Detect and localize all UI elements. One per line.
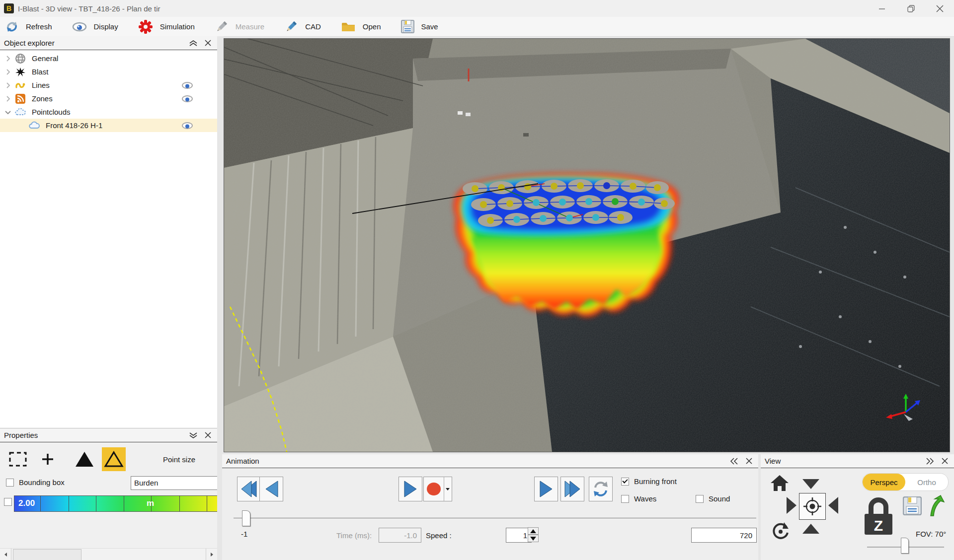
minimize-icon — [878, 5, 885, 12]
tree-item-general[interactable]: General — [0, 52, 217, 65]
scroll-right-arrow[interactable] — [206, 549, 217, 560]
time-input[interactable]: -1.0 — [379, 528, 421, 543]
restore-button[interactable] — [896, 0, 925, 17]
tree-item-front-418-26[interactable]: Front 418-26 H-1 — [0, 119, 217, 132]
wireframe-surface-button[interactable] — [102, 447, 126, 471]
visibility-eye-icon[interactable] — [181, 81, 193, 90]
up-view-button[interactable] — [928, 495, 946, 518]
pan-right-button[interactable] — [787, 497, 796, 514]
expand-chevron-icon[interactable] — [5, 56, 11, 62]
expand-chevron-icon[interactable] — [5, 69, 11, 75]
fov-slider-handle[interactable] — [901, 538, 909, 554]
color-scale-bar[interactable]: 2.00 m — [14, 495, 218, 512]
app-icon: B — [4, 3, 14, 13]
burning-front-option[interactable]: Burning front — [621, 477, 677, 486]
scrollbar-thumb[interactable] — [13, 549, 81, 560]
selection-box-button[interactable] — [6, 447, 30, 471]
record-icon — [426, 481, 442, 497]
globe-icon — [15, 53, 26, 64]
collapse-chevron-icon[interactable] — [5, 109, 11, 115]
close-panel-icon[interactable] — [746, 458, 752, 464]
tree-item-zones[interactable]: Zones — [0, 92, 217, 105]
record-button[interactable] — [423, 477, 452, 501]
play-forward-button[interactable] — [534, 477, 558, 501]
save-button[interactable]: Save — [391, 17, 448, 36]
3d-viewport[interactable] — [224, 38, 950, 452]
timeline-track[interactable] — [234, 518, 756, 518]
visibility-eye-icon[interactable] — [181, 121, 193, 130]
horizontal-scrollbar[interactable] — [0, 548, 217, 560]
folder-icon — [341, 20, 356, 33]
loop-button[interactable] — [589, 477, 613, 501]
fast-forward-icon — [563, 480, 582, 498]
waves-checkbox[interactable] — [621, 495, 629, 503]
focus-target-button[interactable] — [799, 493, 826, 520]
sound-checkbox[interactable] — [696, 495, 704, 503]
pan-up-button[interactable] — [802, 524, 819, 534]
collapse-panel-icon[interactable] — [730, 458, 739, 465]
record-options-dropdown[interactable] — [444, 477, 451, 501]
z-lock-button[interactable]: Z — [863, 495, 894, 538]
ortho-toggle-button[interactable]: Ortho — [905, 474, 948, 490]
pan-left-button[interactable] — [828, 497, 838, 514]
expand-chevron-icon[interactable] — [5, 82, 11, 88]
cad-button[interactable]: CAD — [274, 17, 331, 36]
collapse-panel-icon[interactable] — [189, 40, 198, 47]
sound-option[interactable]: Sound — [696, 494, 730, 503]
save-view-button[interactable] — [903, 496, 922, 517]
pan-down-button[interactable] — [802, 479, 819, 489]
minimize-button[interactable] — [868, 0, 896, 17]
close-button[interactable] — [925, 0, 954, 17]
loop-icon — [592, 480, 610, 498]
tree-item-blast[interactable]: Blast — [0, 65, 217, 78]
blast-icon — [15, 67, 26, 77]
play-button[interactable] — [398, 477, 422, 501]
measure-label: Measure — [236, 22, 264, 31]
speed-increment-button[interactable] — [528, 527, 539, 535]
solid-triangle-icon — [75, 451, 94, 468]
rewind-button[interactable] — [237, 477, 261, 501]
close-panel-icon[interactable] — [205, 432, 211, 438]
expand-panel-icon[interactable] — [926, 458, 935, 465]
waves-option[interactable]: Waves — [621, 494, 656, 503]
add-point-button[interactable] — [36, 447, 60, 471]
burning-front-label: Burning front — [634, 477, 677, 486]
lines-icon — [15, 80, 26, 91]
properties-title: Properties — [4, 431, 38, 439]
bounding-box-checkbox[interactable] — [6, 479, 14, 487]
save-label: Save — [421, 22, 438, 31]
rotate-view-button[interactable] — [771, 521, 791, 542]
step-back-button[interactable] — [259, 477, 283, 501]
refresh-button[interactable]: Refresh — [0, 17, 62, 36]
display-button[interactable]: Display — [62, 17, 128, 36]
scroll-left-arrow[interactable] — [0, 549, 11, 560]
simulation-button[interactable]: Simulation — [128, 17, 205, 36]
scale-unit: m — [147, 498, 154, 508]
collapse-panel-icon[interactable] — [189, 432, 198, 439]
bounding-box-label: Bounding box — [19, 478, 65, 487]
simulation-label: Simulation — [160, 22, 195, 31]
fast-forward-button[interactable] — [560, 477, 584, 501]
target-icon — [802, 496, 822, 516]
perspective-toggle-button[interactable]: Perspec — [863, 474, 905, 490]
burning-front-checkbox[interactable] — [621, 478, 629, 486]
end-time-input[interactable]: 720 — [691, 528, 757, 543]
tree-item-pointclouds[interactable]: Pointclouds — [0, 105, 217, 119]
close-panel-icon[interactable] — [942, 458, 948, 464]
cad-pencil-icon — [284, 20, 298, 34]
timeline-handle[interactable] — [242, 510, 250, 526]
measure-button[interactable]: Measure — [205, 17, 274, 36]
window-title: I-Blast - 3D view - TBT_418-26 - Plan de… — [18, 4, 160, 13]
close-panel-icon[interactable] — [205, 40, 211, 46]
visibility-eye-icon[interactable] — [181, 94, 193, 103]
scale-checkbox[interactable] — [4, 498, 12, 506]
lock-shackle-icon — [871, 500, 886, 515]
tree-item-lines[interactable]: Lines — [0, 78, 217, 92]
view-title: View — [765, 457, 781, 465]
speed-decrement-button[interactable] — [528, 535, 539, 542]
home-view-button[interactable] — [770, 474, 790, 493]
solid-surface-button[interactable] — [73, 447, 96, 471]
open-button[interactable]: Open — [331, 17, 391, 36]
green-arrow-icon — [928, 495, 946, 517]
expand-chevron-icon[interactable] — [5, 96, 11, 102]
